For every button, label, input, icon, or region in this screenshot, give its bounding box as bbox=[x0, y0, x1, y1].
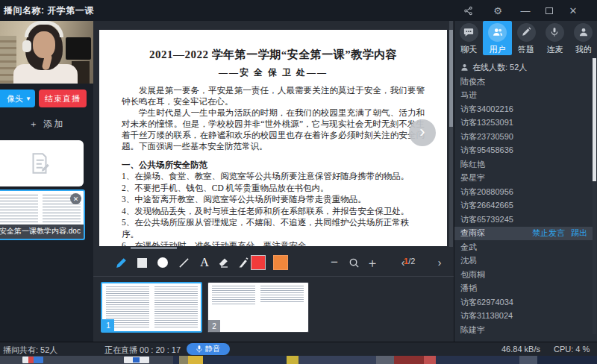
taskbar-icon bbox=[22, 357, 43, 363]
room-title: 播间名称: 开学第一课 bbox=[4, 4, 94, 17]
taskbar-icon bbox=[124, 357, 149, 363]
room-count-label: 播间共有: 52人 bbox=[3, 345, 57, 356]
line-tool-icon[interactable] bbox=[175, 254, 193, 272]
page-badge: 2 bbox=[208, 320, 220, 332]
user-name: 访客31138024 bbox=[460, 310, 587, 321]
tab-me[interactable]: 我的 bbox=[569, 21, 597, 55]
scrollbar-thumb[interactable] bbox=[593, 58, 596, 181]
maximize-button[interactable] bbox=[540, 3, 558, 18]
cpu-label: CPU: 4 % bbox=[554, 345, 590, 354]
doc-list-item: 3、中途暂离开教室、阅览室等公共场所时要随身带走贵重物品。 bbox=[122, 194, 425, 206]
camera-select-button[interactable]: 像头 ▼ bbox=[0, 90, 35, 107]
whiteboard-card[interactable] bbox=[0, 140, 84, 186]
user-name: 访客34002216 bbox=[460, 104, 587, 115]
user-row[interactable]: 访客62974034 bbox=[454, 295, 593, 310]
close-button[interactable]: ✕ bbox=[564, 3, 582, 18]
rectangle-tool-icon[interactable] bbox=[133, 254, 151, 272]
tab-label: 我的 bbox=[575, 44, 592, 55]
kick-user-button[interactable]: 踢出 bbox=[571, 228, 587, 239]
doc-paragraph: 学生时代是人一生中最为活跃的时期，在我们的校园里充满了朝气、活力和对未来的憧憬。… bbox=[122, 107, 425, 152]
user-row[interactable]: 金武 bbox=[454, 240, 593, 254]
tab-chat[interactable]: 聊天 bbox=[454, 21, 483, 55]
circle-tool-icon[interactable] bbox=[154, 254, 172, 272]
headphones bbox=[25, 21, 63, 37]
user-row[interactable]: 访客34002216 bbox=[454, 102, 593, 116]
next-page-button[interactable]: › bbox=[409, 119, 436, 146]
end-stream-button[interactable]: 结束直播 bbox=[39, 90, 87, 107]
monitor bbox=[66, 37, 91, 60]
user-row[interactable]: 访客31138024 bbox=[454, 310, 593, 324]
share-icon[interactable] bbox=[459, 3, 477, 18]
ban-user-button[interactable]: 禁止发言 bbox=[532, 228, 565, 239]
scrollbar-thumb[interactable] bbox=[449, 30, 453, 127]
user-list-scrollbar[interactable] bbox=[593, 58, 596, 334]
user-row[interactable]: 访客95458636 bbox=[454, 144, 593, 158]
user-name: 陈红艳 bbox=[460, 159, 587, 170]
doc-section-heading: 一、公共场所安全防范 bbox=[122, 160, 425, 171]
user-row[interactable]: 沈易 bbox=[454, 254, 593, 269]
brush-tool-icon[interactable] bbox=[234, 254, 252, 272]
bandwidth-label: 46.84 kB/s bbox=[501, 345, 540, 354]
doc-vertical-scrollbar[interactable] bbox=[449, 21, 453, 247]
section1-items: 1、在操场、食堂、教室、阅览室等公共场所要注意保管好随身携带的物品。2、不要把手… bbox=[122, 171, 425, 246]
user-row[interactable]: 潘韬 bbox=[454, 282, 593, 296]
tab-mic[interactable]: 连麦 bbox=[540, 21, 569, 55]
text-tool-icon[interactable]: A bbox=[196, 254, 213, 272]
tab-users[interactable]: 用户 bbox=[483, 21, 511, 55]
user-row[interactable]: 访客65739245 bbox=[454, 213, 593, 227]
close-icon[interactable]: ✕ bbox=[70, 193, 81, 204]
user-row[interactable]: 陆俊杰 bbox=[454, 75, 593, 89]
page-indicator: 1/2 bbox=[404, 257, 415, 266]
user-row[interactable]: 访客20880956 bbox=[454, 185, 593, 199]
user-row[interactable]: 陈建宇 bbox=[454, 323, 593, 337]
user-row[interactable]: 晏星宇 bbox=[454, 172, 593, 186]
mute-button[interactable]: 静音 bbox=[187, 343, 230, 355]
right-tabs: 聊天用户答题连麦我的 bbox=[454, 21, 597, 55]
minimize-button[interactable]: — bbox=[516, 3, 534, 18]
user-row[interactable]: 访客23730590 bbox=[454, 130, 593, 144]
doc-thumbnail-selected[interactable]: ✕ 安全第一课教学内容.doc bbox=[0, 189, 85, 240]
user-row[interactable]: 访客26642665 bbox=[454, 199, 593, 213]
webcam-video bbox=[0, 21, 93, 84]
drawing-toolbar: A − ＋ ‹ 1/2 › bbox=[93, 249, 454, 276]
add-content-button[interactable]: ＋ 添加 bbox=[0, 118, 93, 131]
online-count-row: 在线人数: 52人 bbox=[460, 61, 527, 73]
user-row[interactable]: 访客13253091 bbox=[454, 116, 593, 131]
document-title: 2021—2022 学年第一学期“安全第一课”教学内容 bbox=[122, 48, 425, 62]
user-name: 访客20880956 bbox=[460, 186, 587, 198]
zoom-in-icon[interactable]: ＋ bbox=[363, 254, 381, 272]
eraser-tool-icon[interactable] bbox=[215, 254, 233, 272]
page-thumbnail-2[interactable]: 2 bbox=[207, 282, 309, 333]
user-row[interactable]: 陈红艳 bbox=[454, 157, 593, 172]
document-subtitle: ——安 全 保 卫 处—— bbox=[122, 66, 425, 79]
user-list: 陆俊杰马进访客34002216访客13253091访客23730590访客954… bbox=[454, 75, 593, 337]
zoom-out-icon[interactable]: − bbox=[325, 254, 343, 272]
doc-list-item: 6、在课外活动时，准备活动要充分，要注意安全。 bbox=[122, 240, 425, 246]
tab-label: 答题 bbox=[518, 44, 534, 55]
user-name: 访客13253091 bbox=[460, 117, 587, 128]
user-name: 陈建宇 bbox=[460, 324, 587, 336]
doc-list-item: 5、在公共场所应服从管理规定，不嬉闹、不追逐，共同维护公共场所正常秩序。 bbox=[122, 217, 425, 240]
chevron-down-icon: ▼ bbox=[25, 95, 31, 102]
user-name: 沈易 bbox=[460, 255, 587, 266]
doc-list-item: 1、在操场、食堂、教室、阅览室等公共场所要注意保管好随身携带的物品。 bbox=[122, 171, 425, 183]
pen-tool-icon[interactable] bbox=[112, 254, 130, 272]
color-swatch-red[interactable] bbox=[251, 255, 266, 270]
user-name: 访客23730590 bbox=[460, 131, 587, 142]
answer-icon bbox=[517, 23, 536, 42]
chat-icon bbox=[460, 23, 478, 42]
user-row[interactable]: 包雨桐 bbox=[454, 268, 593, 282]
user-row[interactable]: 查雨琛禁止发言踢出 bbox=[454, 227, 593, 241]
tab-answer[interactable]: 答题 bbox=[512, 21, 540, 55]
users-icon bbox=[488, 23, 507, 42]
mic-icon bbox=[546, 23, 564, 42]
maximize-icon bbox=[546, 7, 553, 14]
color-swatch-orange[interactable] bbox=[273, 255, 288, 270]
gear-icon[interactable]: ⚙ bbox=[489, 3, 507, 18]
user-name: 访客65739245 bbox=[460, 214, 587, 225]
next-page-icon[interactable]: › bbox=[431, 254, 448, 272]
user-row[interactable]: 马进 bbox=[454, 89, 593, 103]
magnifier-icon[interactable] bbox=[345, 254, 363, 272]
divider bbox=[93, 276, 454, 277]
page-thumbnail-1[interactable]: 1 bbox=[101, 282, 202, 333]
